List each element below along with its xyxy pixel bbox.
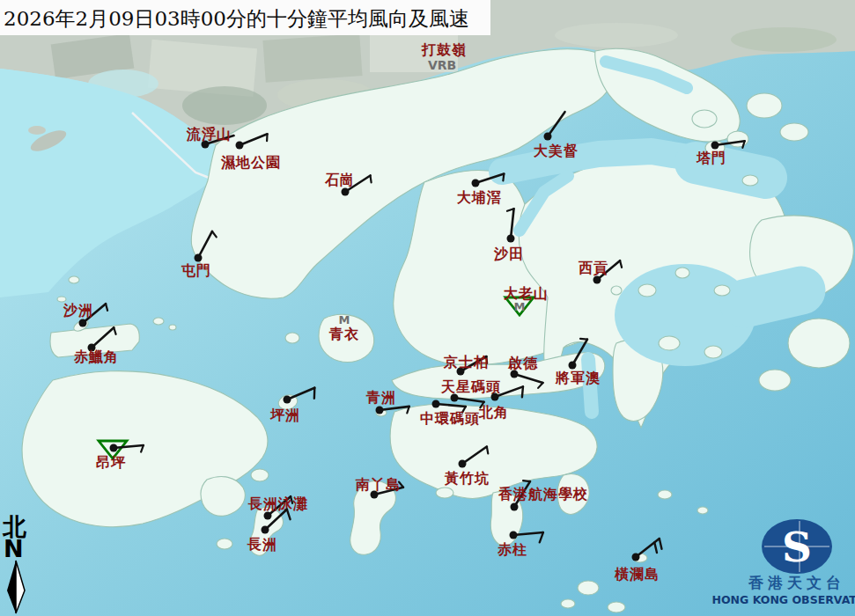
islet-port-shelter-4 <box>659 336 680 350</box>
station-dot <box>544 133 552 141</box>
station-label: 中環碼頭 <box>420 410 480 427</box>
station-dot <box>262 526 269 534</box>
map-canvas: 打鼓嶺VRB流浮山濕地公園石崗大美督塔門大埔滘沙田西貢M大老山屯門沙洲赤鱲角M青… <box>0 0 855 616</box>
hko-logo-english: HONG KONG OBSERVATORY <box>712 593 855 606</box>
islet-kiu-tsui <box>611 286 622 295</box>
station-m-flag: M <box>339 313 350 326</box>
station-label: 昂坪 <box>96 454 126 471</box>
station-label: 長洲泳灘 <box>247 495 308 512</box>
station-label: 青洲 <box>365 389 396 406</box>
station-label: 京士柏 <box>443 354 489 370</box>
station-label: 赤柱 <box>497 541 527 558</box>
station-dot <box>632 554 640 561</box>
station-dot <box>472 180 480 187</box>
islet-po-toi <box>578 581 599 595</box>
land-ap-lei-chau <box>436 488 453 498</box>
islet-po-toi-3 <box>608 602 625 612</box>
station-label: 橫瀾島 <box>614 566 660 583</box>
compass-north-letter: N <box>4 535 24 562</box>
station-label: 打鼓嶺 <box>421 41 467 58</box>
station-label: 北角 <box>478 404 509 421</box>
station-label: 大埔滘 <box>457 189 502 206</box>
station-label: 天星碼頭 <box>440 378 501 395</box>
land-ma-wan <box>285 333 299 343</box>
land-east-islet <box>759 370 791 391</box>
station-label: 南丫島 <box>355 476 401 493</box>
hko-logo-s-swirl: S <box>782 523 812 571</box>
station-label: 石崗 <box>324 172 355 188</box>
station-dot <box>511 503 519 511</box>
islet-brothers-1 <box>153 318 164 325</box>
station-label: 屯門 <box>181 262 211 279</box>
station-dot <box>195 254 203 262</box>
islet-po-toi-2 <box>561 599 575 608</box>
station-dot <box>507 235 515 243</box>
station-label: 西貢 <box>578 260 608 276</box>
station-wind-note: VRB <box>428 58 456 72</box>
station-label: 流浮山 <box>186 126 232 143</box>
station-m-flag: M <box>514 300 526 313</box>
land-shek-kwu-chau <box>217 539 232 549</box>
islet-port-shelter-1 <box>638 284 656 297</box>
port-shelter-mouth <box>744 290 801 304</box>
islet-grass <box>727 131 748 147</box>
land-hei-ling-chau <box>251 469 269 481</box>
station-dot <box>376 407 384 414</box>
station-label: 啟德 <box>507 355 538 371</box>
station-dot <box>491 393 499 401</box>
station-label: 青衣 <box>328 326 359 342</box>
station-label: 黃竹坑 <box>444 470 490 487</box>
hko-logo-chinese: 香港天文台 <box>748 574 845 591</box>
land-ne-islet <box>747 93 782 118</box>
station-label: 長洲 <box>247 536 277 553</box>
wind-barb-half <box>503 173 504 180</box>
land-ne-islet-2 <box>780 123 808 141</box>
station-dot <box>432 400 440 408</box>
station-dot <box>79 319 87 327</box>
station-label: 沙洲 <box>63 302 93 319</box>
land-east-island <box>788 319 850 368</box>
station-dot <box>284 396 291 404</box>
islet-north <box>692 110 717 128</box>
islet-beaufort <box>697 507 708 514</box>
station-label: 沙田 <box>493 246 524 262</box>
wind-barb-half <box>580 339 587 340</box>
station-dot <box>593 276 601 284</box>
station-label: 濕地公園 <box>220 154 281 171</box>
wind-barb-half <box>523 480 530 481</box>
wind-barb-half <box>487 446 488 453</box>
islet-sung-kong <box>658 490 672 499</box>
station-label: 大老山 <box>504 285 549 302</box>
station-dot <box>264 512 272 520</box>
station-dot <box>711 142 719 150</box>
deep-bay-islet-2 <box>28 126 46 135</box>
station-dot <box>236 142 244 150</box>
islet-mirs <box>742 175 758 186</box>
wind-map: 打鼓嶺VRB流浮山濕地公園石崗大美督塔門大埔滘沙田西貢M大老山屯門沙洲赤鱲角M青… <box>0 0 855 616</box>
islet-port-shelter-2 <box>675 268 689 278</box>
islet-port-shelter-5 <box>704 346 722 358</box>
station-dot <box>110 444 118 452</box>
islet-port-shelter-3 <box>714 285 730 296</box>
islet-lung-kwu <box>69 276 79 283</box>
islet-brothers-2 <box>169 325 176 330</box>
station-label: 香港航海學校 <box>498 486 588 502</box>
station-dot <box>459 460 467 468</box>
station-dot <box>510 532 518 539</box>
station-label: 塔門 <box>696 150 726 166</box>
station-dot <box>569 362 577 370</box>
station-label: 大美督 <box>534 143 579 159</box>
station-dot <box>342 188 350 196</box>
page-title: 2026年2月09日03時00分的十分鐘平均風向及風速 <box>4 7 469 30</box>
wind-barb-full <box>522 386 523 397</box>
station-label: 赤鱲角 <box>73 348 119 365</box>
station-label: 將軍澳 <box>555 370 601 386</box>
station-label: 坪洲 <box>269 407 300 423</box>
wind-barb-half <box>371 175 372 182</box>
